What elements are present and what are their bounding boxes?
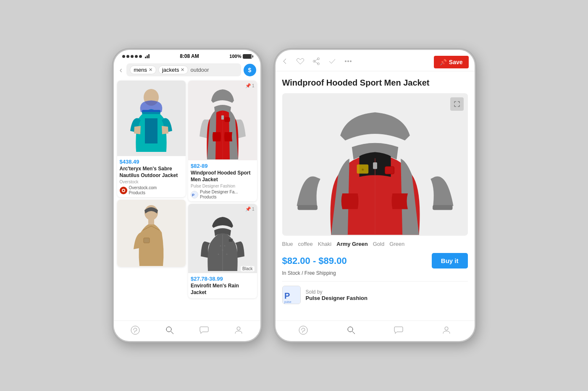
price-filter-button[interactable]: $ [244, 64, 256, 76]
svg-rect-33 [385, 167, 394, 174]
pulse-logo-small: P [191, 191, 198, 198]
sold-by-label: Sold by [306, 289, 368, 295]
pin-badge-envirofit: 📌 1 [245, 206, 255, 212]
time-display: 8:08 AM [180, 53, 199, 59]
pin-seller-arcteryx: Overstock.com Products [120, 185, 184, 196]
nav-chat-left[interactable] [198, 324, 210, 336]
color-label-black: Black [241, 266, 254, 271]
overstock-logo [120, 187, 127, 194]
pin-source-arcteryx: Overstock [120, 180, 184, 184]
nav-pinterest-right[interactable] [297, 324, 309, 336]
nav-search-right[interactable] [345, 324, 357, 336]
save-button-right[interactable]: 📌 Save [434, 56, 469, 68]
battery-percent: 100% [229, 54, 241, 59]
back-button-right[interactable] [281, 57, 289, 67]
pin-card-arcteryx[interactable]: $438.49 Arc'teryx Men's Sabre Nautilus O… [117, 81, 186, 197]
svg-point-20 [131, 326, 139, 334]
search-bar: ‹ mens ✕ jackets ✕ outdoor $ [114, 61, 260, 79]
pin-seller-sub-windproof: Products [200, 195, 238, 200]
svg-point-27 [345, 60, 346, 62]
nav-profile-right[interactable] [441, 324, 452, 336]
right-phone: 📌 Save Windproof Hooded Sport Men Jacket [274, 49, 476, 342]
pin-icon: 📌 [440, 59, 447, 65]
right-header: 📌 Save [276, 52, 475, 71]
pin-image-arcteryx [117, 81, 186, 156]
remove-jackets-icon[interactable]: ✕ [181, 67, 184, 73]
pin-seller-sub-arcteryx: Products [129, 190, 157, 196]
more-button[interactable] [344, 57, 353, 68]
svg-point-13 [220, 245, 221, 247]
pin-price-arcteryx: $438.49 [120, 159, 184, 165]
save-label: Save [449, 59, 463, 65]
svg-rect-10 [225, 117, 230, 122]
pin-image-windproof: 📌 1 [188, 81, 257, 160]
pin-title-envirofit: Envirofit Men's Rain Jacket [191, 283, 255, 296]
svg-rect-9 [221, 115, 224, 120]
svg-rect-19 [228, 239, 233, 242]
pin-image-brown-vest [117, 200, 186, 267]
battery-indicator: 100% [229, 54, 252, 59]
color-green[interactable]: Green [389, 241, 404, 247]
svg-text:P: P [192, 193, 194, 197]
svg-point-28 [347, 60, 349, 62]
color-coffee[interactable]: coffee [298, 241, 313, 247]
chip-overflow: outdoor [190, 67, 209, 73]
chip-mens[interactable]: mens ✕ [130, 65, 156, 74]
pin-title-arcteryx: Arc'teryx Men's Sabre Nautilus Outdoor J… [120, 166, 184, 179]
pins-grid: $438.49 Arc'teryx Men's Sabre Nautilus O… [114, 79, 260, 321]
chip-jackets[interactable]: jackets ✕ [158, 65, 188, 74]
expand-image-button[interactable] [450, 97, 464, 111]
wifi-icon [145, 54, 150, 58]
pin-card-envirofit[interactable]: 📌 1 Black [188, 204, 257, 298]
pins-col-right: 📌 1 [188, 81, 257, 319]
like-button[interactable] [296, 57, 305, 68]
svg-point-14 [224, 245, 225, 247]
svg-point-44 [445, 327, 448, 330]
back-button[interactable]: ‹ [118, 65, 124, 75]
search-chips[interactable]: mens ✕ jackets ✕ outdoor [126, 63, 241, 76]
svg-text:pulse: pulse [284, 300, 291, 304]
share-button[interactable] [312, 57, 321, 68]
pin-card-windproof[interactable]: 📌 1 [188, 81, 257, 201]
bottom-nav-left [114, 321, 260, 341]
pulse-logo-large: P pulse [282, 286, 301, 304]
remove-mens-icon[interactable]: ✕ [149, 67, 152, 73]
svg-rect-6 [148, 219, 154, 224]
pin-seller-windproof: P Pulse Designer Fa... Products [191, 190, 255, 200]
nav-pinterest-left[interactable] [129, 324, 141, 336]
buy-button[interactable]: Buy it [432, 253, 468, 268]
product-image-container: ★ [282, 93, 468, 236]
color-army-green[interactable]: Army Green [336, 241, 368, 247]
pin-info-windproof: $82-89 Windproof Hooded Sport Men Jacket… [188, 160, 257, 201]
svg-rect-37 [433, 205, 452, 210]
color-options: Blue coffee Khaki Army Green Gold Green [282, 241, 468, 247]
color-khaki[interactable]: Khaki [318, 241, 332, 247]
pin-source-windproof: Pulse Designer Fashion [191, 184, 255, 188]
svg-point-16 [218, 254, 219, 255]
pin-info-envirofit: $27.78-38.99 Envirofit Men's Rain Jacket [188, 273, 257, 298]
pins-col-left: $438.49 Arc'teryx Men's Sabre Nautilus O… [117, 81, 186, 319]
left-screen: 8:08 AM 100% ‹ mens ✕ jackets [114, 50, 260, 341]
seller-row: P pulse Sold by Pulse Designer Fashion [282, 286, 468, 304]
check-button[interactable] [328, 57, 337, 68]
product-detail[interactable]: Windproof Hooded Sport Men Jacket [276, 71, 475, 321]
pin-price-windproof: $82-89 [191, 163, 255, 169]
pin-card-brown-vest[interactable] [117, 200, 186, 267]
seller-name: Pulse Designer Fashion [306, 295, 368, 301]
nav-profile-left[interactable] [233, 324, 244, 336]
pin-seller-name-windproof: Pulse Designer Fa... [200, 190, 238, 195]
nav-search-left[interactable] [164, 324, 176, 336]
svg-rect-32 [373, 162, 377, 169]
pin-price-envirofit: $27.78-38.99 [191, 276, 255, 282]
color-gold[interactable]: Gold [373, 241, 384, 247]
product-title: Windproof Hooded Sport Men Jacket [282, 77, 468, 88]
nav-chat-right[interactable] [393, 324, 404, 336]
left-phone: 8:08 AM 100% ‹ mens ✕ jackets [113, 49, 262, 342]
svg-point-4 [123, 190, 124, 191]
svg-point-29 [350, 60, 352, 62]
signal-dots [122, 54, 150, 58]
status-bar-left: 8:08 AM 100% [114, 50, 260, 61]
stock-info: In Stock / Free Shipping [282, 270, 468, 276]
right-screen: 📌 Save Windproof Hooded Sport Men Jacket [276, 50, 475, 341]
color-blue[interactable]: Blue [282, 241, 293, 247]
